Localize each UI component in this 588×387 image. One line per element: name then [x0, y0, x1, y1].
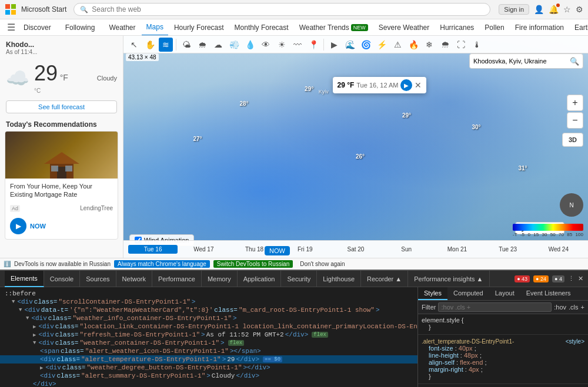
styles-plus-icon[interactable]: +: [581, 304, 584, 311]
dom-before[interactable]: ::before: [0, 290, 417, 298]
popup-play-button[interactable]: ▶: [400, 79, 412, 91]
lightning[interactable]: ⚡: [375, 38, 389, 52]
map-marker-icon[interactable]: 📍: [306, 38, 320, 52]
cloud-icon[interactable]: ☁: [211, 38, 225, 52]
dom-degree-btn[interactable]: ▶ <div class="weather_degree_button-DS-E…: [0, 364, 417, 372]
devtools-tab-network[interactable]: Network: [116, 271, 152, 287]
user-icon[interactable]: 👤: [534, 5, 544, 14]
prop-margin-right: margin-right : 4px ;: [429, 366, 584, 373]
devtools-tab-performance[interactable]: Performance: [152, 271, 202, 287]
computed-tab[interactable]: Computed: [447, 287, 489, 300]
event-listeners-tab[interactable]: Event Listeners: [520, 287, 577, 300]
zoom-out-button[interactable]: −: [567, 112, 583, 129]
pan-tool[interactable]: ✋: [143, 38, 157, 52]
timeline-sun[interactable]: Sun: [382, 245, 431, 254]
nav-item-following[interactable]: Following: [61, 19, 100, 36]
search-input[interactable]: [92, 5, 484, 14]
temp-tool[interactable]: 🌡: [470, 38, 484, 52]
animated-precip[interactable]: 🌊: [343, 38, 357, 52]
devtools-tab-recorder[interactable]: Recorder ▲: [361, 271, 408, 287]
nav-item-maps[interactable]: Maps: [142, 19, 168, 36]
styles-divider-2: [418, 383, 588, 384]
devtools-tab-security[interactable]: Security: [281, 271, 317, 287]
timeline-tue23[interactable]: Tue 23: [483, 245, 533, 254]
devtools-tab-application[interactable]: Application: [238, 271, 282, 287]
always-match-language-button[interactable]: Always match Chrome's language: [114, 260, 210, 268]
visibility-icon[interactable]: 👁: [259, 38, 273, 52]
rain-icon[interactable]: 🌧: [195, 38, 209, 52]
location-name: Khodo...: [6, 41, 117, 49]
dom-card-root[interactable]: ▼ <div data-t='{"n":"WeatherMapWeatherCa…: [0, 306, 417, 314]
nav-menu-button[interactable]: ☰: [5, 22, 18, 33]
dom-scroll-container[interactable]: ▼ <div class="scrollContainer-DS-EntryPo…: [0, 298, 417, 306]
nav-item-pollen[interactable]: Pollen: [480, 19, 509, 36]
earthquake-tool[interactable]: ⚠: [390, 38, 405, 52]
now-button[interactable]: NOW: [265, 246, 290, 255]
styles-cls-icon[interactable]: .cls: [569, 304, 579, 311]
see-full-forecast-button[interactable]: See full forecast: [6, 100, 117, 113]
settings-icon[interactable]: ⚙: [576, 5, 583, 14]
uv-icon[interactable]: ☀: [275, 38, 289, 52]
dom-alert-summary[interactable]: <div class="alert_summary-DS-EntryPoint1…: [0, 372, 417, 380]
dont-show-again-button[interactable]: Don't show again: [296, 260, 348, 268]
nav-item-fire[interactable]: Fire information: [510, 19, 569, 36]
dom-location-link[interactable]: ▶ <div class="location_link_container-DS…: [0, 322, 417, 331]
winter-storm[interactable]: 🌨: [438, 38, 452, 52]
timeline-sat20[interactable]: Sat 20: [331, 245, 380, 254]
timeline-tue16[interactable]: Tue 16: [128, 245, 178, 254]
snow-tool[interactable]: ❄: [422, 38, 436, 52]
weather-cloud-icon: ☁️: [6, 67, 29, 89]
ad-play-button[interactable]: ▶: [10, 218, 26, 234]
dom-weather-container[interactable]: ▼ <div class="weather_container-DS-Entry…: [0, 339, 417, 347]
styles-toggle-icon[interactable]: :hov: [554, 304, 566, 311]
zoom-in-button[interactable]: +: [567, 95, 583, 111]
wave-icon[interactable]: 〰: [290, 38, 305, 52]
dom-weather-icon-span[interactable]: <span class="alert_weather_icon-DS-Entry…: [0, 347, 417, 355]
devtools-tab-elements[interactable]: Elements: [5, 271, 44, 287]
play-animation[interactable]: ▶: [327, 38, 341, 52]
popup-close-button[interactable]: ✕: [415, 80, 422, 90]
nav-item-hourly[interactable]: Hourly Forecast: [169, 19, 229, 36]
humidity-icon[interactable]: 💧: [243, 38, 257, 52]
fire-tool[interactable]: 🔥: [406, 38, 420, 52]
bell-icon[interactable]: 🔔: [549, 5, 559, 14]
devtools-tab-sources[interactable]: Sources: [80, 271, 116, 287]
recommendation-card: From Your Home, Keep Your Existing Mortg…: [5, 131, 118, 240]
nav-item-monthly[interactable]: Monthly Forecast: [230, 19, 293, 36]
star-icon[interactable]: ☆: [563, 5, 571, 14]
weather-layers-icon[interactable]: 🌤: [179, 38, 193, 52]
devtools-more-button[interactable]: ⋮: [568, 275, 574, 282]
3d-button[interactable]: 3D: [562, 133, 583, 147]
devtools-tab-console[interactable]: Console: [44, 271, 80, 287]
sign-in-button[interactable]: Sign in: [499, 4, 529, 15]
map-background[interactable]: ↖ ✋ ≋ 🌤 🌧 ☁ 💨 💧 👁 ☀ 〰 📍 ▶ 🌊 🌀 ⚡ ⚠ 🔥: [123, 36, 588, 258]
layout-tab[interactable]: Layout: [489, 287, 520, 300]
nav-item-discover[interactable]: Discover: [19, 19, 56, 36]
nav-item-earthquakes[interactable]: Earthquakes: [570, 19, 588, 36]
expand-tool[interactable]: ⛶: [454, 38, 468, 52]
devtools-tab-perf-insights[interactable]: Performance insights ▲: [408, 271, 489, 287]
storm-track[interactable]: 🌀: [359, 38, 373, 52]
dom-refresh-time[interactable]: ▶ <div class="refresh_time-DS-EntryPoint…: [0, 331, 417, 339]
cursor-tool[interactable]: ↖: [127, 38, 141, 52]
nav-item-hurricanes[interactable]: Hurricanes: [435, 19, 479, 36]
switch-devtools-language-button[interactable]: Switch DevTools to Russian: [213, 260, 293, 268]
nav-item-trends[interactable]: Weather Trends NEW: [295, 19, 373, 36]
timeline-wed24[interactable]: Wed 24: [534, 245, 583, 254]
map-search-icon[interactable]: 🔍: [570, 57, 579, 66]
devtools-tab-lighthouse[interactable]: Lighthouse: [317, 271, 361, 287]
wind-icon[interactable]: 💨: [227, 38, 241, 52]
dom-weather-info[interactable]: ▼ <div class="weather_info_container-DS-…: [0, 314, 417, 322]
styles-tab[interactable]: Styles: [418, 287, 447, 300]
nav-item-weather[interactable]: Weather: [104, 19, 140, 36]
devtools-tab-memory[interactable]: Memory: [202, 271, 238, 287]
timeline-wed17[interactable]: Wed 17: [179, 245, 228, 254]
devtools-close-button[interactable]: ✕: [578, 275, 583, 282]
timeline-mon21[interactable]: Mon 21: [432, 245, 482, 254]
layers-tool[interactable]: ≋: [159, 38, 173, 52]
map-search-input[interactable]: [473, 58, 567, 65]
dom-alert-temp[interactable]: <div class="alert_temperature-DS-EntryPo…: [0, 355, 417, 364]
styles-filter-input[interactable]: [438, 302, 552, 312]
nav-item-severe[interactable]: Severe Weather: [374, 19, 435, 36]
dom-close-div[interactable]: </div>: [0, 380, 417, 387]
